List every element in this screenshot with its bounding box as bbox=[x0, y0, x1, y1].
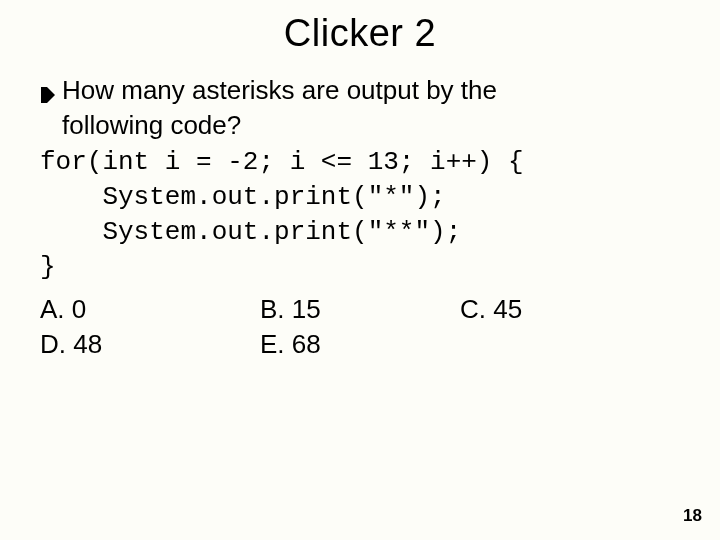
answer-c: C. 45 bbox=[460, 292, 522, 327]
code-line: for(int i = -2; i <= 13; i++) { bbox=[40, 147, 524, 177]
svg-marker-1 bbox=[47, 87, 55, 103]
slide-title: Clicker 2 bbox=[40, 12, 680, 55]
code-line: System.out.print("**"); bbox=[40, 217, 461, 247]
answers-row-2: D. 48 E. 68 bbox=[40, 327, 680, 362]
answer-d: D. 48 bbox=[40, 327, 260, 362]
question-text-line2: following code? bbox=[62, 108, 497, 143]
question-text-line1: How many asterisks are output by the bbox=[62, 73, 497, 108]
code-block: for(int i = -2; i <= 13; i++) { System.o… bbox=[40, 145, 680, 285]
answer-a: A. 0 bbox=[40, 292, 260, 327]
slide-body: How many asterisks are output by the fol… bbox=[40, 73, 680, 362]
page-number: 18 bbox=[683, 506, 702, 526]
answer-b: B. 15 bbox=[260, 292, 460, 327]
slide: Clicker 2 How many asterisks are output … bbox=[0, 0, 720, 540]
answers-row-1: A. 0 B. 15 C. 45 bbox=[40, 292, 680, 327]
bullet-item: How many asterisks are output by the fol… bbox=[40, 73, 680, 143]
svg-rect-0 bbox=[41, 87, 47, 103]
code-line: } bbox=[40, 252, 56, 282]
code-line: System.out.print("*"); bbox=[40, 182, 446, 212]
answers: A. 0 B. 15 C. 45 D. 48 E. 68 bbox=[40, 292, 680, 362]
bullet-icon bbox=[40, 79, 56, 114]
answer-e: E. 68 bbox=[260, 327, 460, 362]
question-block: How many asterisks are output by the fol… bbox=[62, 73, 497, 143]
